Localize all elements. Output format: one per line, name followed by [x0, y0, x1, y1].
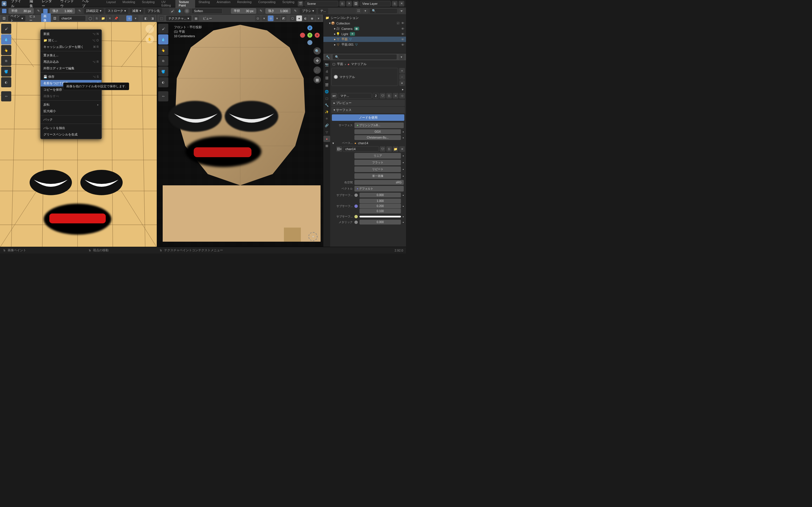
brush-color-swatch[interactable]	[2, 8, 7, 13]
soften-tool-3d-icon[interactable]: 💧	[158, 34, 168, 45]
tex-fake-icon[interactable]: 🛡	[380, 146, 386, 152]
mat-unlink-icon[interactable]: ✕	[393, 93, 398, 99]
tree-plane[interactable]: ▸ ▽平面 ▽ 👁	[323, 37, 406, 42]
scene-name-field[interactable]: Scene	[305, 1, 338, 6]
image-new-icon[interactable]: ⎘	[94, 15, 100, 21]
editor-type-icon[interactable]: ☷	[356, 8, 361, 14]
tab-scripting[interactable]: Scripting	[279, 0, 298, 8]
tab-texture-icon[interactable]: ▩	[323, 143, 330, 149]
sss-radius-b[interactable]: 0.100	[359, 209, 401, 214]
brush-strength-field-3d[interactable]: 強さ1.000	[265, 8, 291, 14]
tab-particle-icon[interactable]: ✨	[323, 109, 330, 115]
socket-icon[interactable]	[354, 221, 358, 224]
editor-type-3d-icon[interactable]: ⬚	[159, 15, 164, 21]
face-select-icon[interactable]: ▦	[193, 15, 199, 21]
tab-animation[interactable]: Animation	[213, 0, 234, 8]
uv-display-channels2-icon[interactable]: ◨	[149, 15, 155, 21]
subsurf-method-dropdown[interactable]: Christensen-Bu...	[354, 135, 401, 140]
colorspace-dropdown[interactable]: sRG	[354, 180, 404, 185]
brush-dropdown-3d[interactable]: ブラシ▾	[300, 8, 316, 14]
radius-pressure-icon-3d[interactable]: ✎	[258, 8, 264, 14]
menu-resize[interactable]: 拡大縮小	[41, 108, 101, 114]
tab-compositing[interactable]: Compositing	[255, 0, 279, 8]
gizmo-toggle-icon[interactable]: ⊙	[255, 15, 260, 21]
tree-light[interactable]: ▸ 💡Light ☀ 👁	[323, 31, 406, 37]
image-browse-icon[interactable]: 🖼	[52, 15, 57, 21]
smear-tool-3d-icon[interactable]: 👆	[158, 45, 168, 55]
panel-preview[interactable]: ▸ プレビュー	[331, 100, 405, 106]
uv-display-channels-icon[interactable]: ◧	[143, 15, 149, 21]
tab-uv[interactable]: UV Editing	[158, 0, 175, 8]
source-dropdown[interactable]: 単一画像	[354, 173, 401, 179]
tree-camera[interactable]: ▸ 🎥Camera ◉ 👁	[323, 26, 406, 31]
tab-viewlayer-icon[interactable]: 🖼	[323, 75, 330, 81]
display-mode-icon[interactable]: ▾	[363, 8, 368, 14]
tab-scene-icon[interactable]: 🎬	[323, 82, 330, 88]
tab-modifier-icon[interactable]: 🔧	[323, 102, 330, 108]
eye-icon[interactable]: 👁	[401, 38, 404, 41]
tab-rendering[interactable]: Rendering	[234, 0, 255, 8]
uv-overlay-toggle-icon[interactable]: ⊕	[126, 15, 132, 21]
viewlayer-delete-icon[interactable]: ✕	[399, 1, 404, 6]
extension-dropdown[interactable]: リピート	[354, 166, 401, 172]
image-pin-icon[interactable]: 📌	[113, 15, 119, 21]
mat-menu-icon[interactable]: ▾	[399, 80, 405, 86]
tab-constraint-icon[interactable]: 🔗	[323, 122, 330, 128]
shading-material-icon[interactable]: ◐	[303, 15, 308, 21]
stroke-dropdown[interactable]: ストローク▾	[105, 8, 128, 14]
sss-radius-g[interactable]: 0.200	[359, 204, 401, 209]
advanced-dropdown[interactable]: 詳細設定▾	[84, 8, 104, 14]
scene-delete-icon[interactable]: ✕	[346, 1, 352, 6]
tab-world-icon[interactable]: 🌐	[323, 89, 330, 95]
nav-gizmo[interactable]: Z X Y	[300, 25, 320, 45]
brush-radius-field[interactable]: 半径30 px	[8, 8, 34, 14]
shading-dropdown-icon[interactable]: ▾	[316, 15, 321, 21]
clone-tool-icon[interactable]: ⧉	[1, 56, 11, 66]
tex-unlink-icon[interactable]: ✕	[399, 146, 405, 152]
zoom-icon[interactable]: 🔍	[313, 47, 321, 55]
distribution-dropdown[interactable]: GGX	[354, 129, 401, 134]
rotate-view-icon[interactable]: ⤢	[146, 25, 154, 33]
menu-open-image[interactable]: 📁 開く...⌥ O	[41, 37, 101, 44]
panel-surface[interactable]: ▾ サーフェス	[331, 107, 405, 113]
mat-browse-icon[interactable]: ●▾	[331, 93, 337, 99]
tex-new-icon[interactable]: ⎘	[386, 146, 392, 152]
sss-radius-r[interactable]: 1.000	[359, 199, 401, 203]
props-editor-type-icon[interactable]: 🔧	[325, 54, 331, 60]
strength-pressure-icon-3d[interactable]: ✎	[292, 8, 298, 14]
props-search-field[interactable]: 🔍	[333, 54, 397, 60]
menu-pack[interactable]: パック	[41, 116, 101, 123]
sss-color[interactable]	[359, 216, 401, 217]
perspective-icon[interactable]: ▦	[313, 76, 321, 83]
menu-gen-grease[interactable]: グリースペンシルを生成	[41, 131, 101, 138]
brush-secondary-swatch[interactable]	[43, 8, 48, 13]
use-nodes-button[interactable]: ノードを使用	[332, 114, 404, 121]
mat-new-icon[interactable]: ⎘	[386, 93, 392, 99]
tree-collection[interactable]: ▾ 📦Collection ☑👁	[323, 20, 406, 26]
eye-icon[interactable]: 👁	[401, 27, 404, 31]
brush-strength-field[interactable]: 強さ1.000	[50, 8, 75, 14]
shading-solid-icon[interactable]: ●	[296, 15, 302, 21]
tab-shading[interactable]: Shading	[195, 0, 213, 8]
draw-tool-icon[interactable]: 🖌	[1, 24, 11, 34]
menu-save[interactable]: 💾 保存⌥ S	[41, 73, 101, 80]
menu-new-image[interactable]: 新規⌥ N	[41, 31, 101, 37]
tex-open-icon[interactable]: 📁	[393, 146, 398, 152]
soften-tool-icon[interactable]: 💧	[1, 34, 11, 45]
metallic-value[interactable]: 0.000	[359, 220, 401, 224]
menu-reload[interactable]: 再読み込み⌥ R	[41, 59, 101, 65]
pan-view-icon[interactable]: ✋	[146, 35, 154, 43]
subsurface-value[interactable]: 0.000	[359, 193, 401, 198]
tab-sculpting[interactable]: Sculpting	[139, 0, 158, 8]
tab-texture-paint[interactable]: Texture Paint	[175, 0, 195, 8]
overlay-dropdown-icon[interactable]: ▾	[274, 15, 280, 21]
eye-icon[interactable]: 👁	[401, 43, 404, 47]
falloff-dropdown[interactable]: 減衰▾	[130, 8, 144, 14]
xray-toggle-icon[interactable]: ◩	[281, 15, 287, 21]
vector-input[interactable]: ● デフォルト	[354, 186, 404, 191]
socket-icon[interactable]	[354, 205, 358, 208]
surface-shader-dropdown[interactable]: ● プリンシプルB...	[354, 122, 404, 128]
camera-view-icon[interactable]: 🎥	[313, 66, 321, 74]
move-view-icon[interactable]: ✥	[313, 57, 321, 64]
tab-physics-icon[interactable]: ⚛	[323, 115, 330, 122]
